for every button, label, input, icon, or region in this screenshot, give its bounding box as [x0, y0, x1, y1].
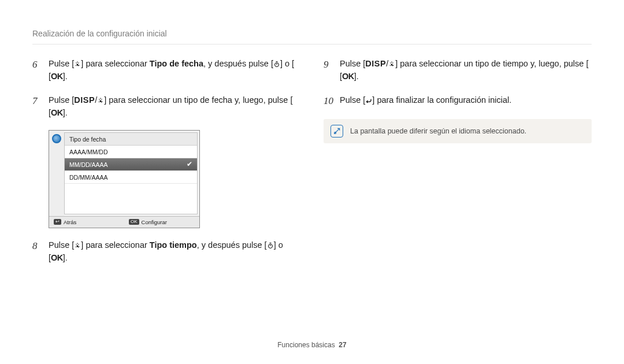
- step-number: 9: [324, 57, 334, 83]
- note-icon: [330, 125, 343, 138]
- set-button[interactable]: OK Configurar: [124, 217, 199, 228]
- step-body: Pulse [DISP/] para seleccionar un tipo d…: [49, 94, 300, 120]
- text: Pulse [: [49, 240, 74, 250]
- ok-label: OK: [342, 72, 354, 81]
- step-number: 6: [32, 57, 43, 83]
- step-10: 10 Pulse [] para finalizar la configurac…: [324, 94, 592, 109]
- footer-section: Funciones básicas: [277, 341, 335, 349]
- menu-header: Tipo de fecha: [65, 133, 197, 146]
- macro-icon: [97, 97, 104, 104]
- ok-label: OK: [51, 72, 63, 81]
- disp-label: DISP: [74, 95, 95, 105]
- text: ].: [63, 72, 68, 81]
- menu-list: Tipo de fecha AAAA/MM/DD MM/DD/AAAA ✔ DD…: [64, 132, 198, 214]
- text: ] para finalizar la configuración inicia…: [372, 95, 511, 105]
- set-label: Configurar: [142, 219, 167, 225]
- disp-label: DISP: [365, 59, 386, 68]
- step-7: 7 Pulse [DISP/] para seleccionar un tipo…: [32, 94, 300, 120]
- step-body: Pulse [DISP/] para seleccionar un tipo d…: [340, 57, 592, 83]
- note-text: La pantalla puede diferir según el idiom…: [350, 127, 526, 135]
- text: ].: [63, 253, 68, 262]
- bold-text: Tipo de fecha: [150, 59, 203, 68]
- svg-rect-1: [276, 61, 277, 62]
- back-button[interactable]: ↩ Atrás: [49, 217, 124, 228]
- step-number: 10: [324, 94, 334, 109]
- note-callout: La pantalla puede diferir según el idiom…: [324, 119, 592, 143]
- menu-top: Tipo de fecha AAAA/MM/DD MM/DD/AAAA ✔ DD…: [49, 131, 199, 216]
- return-icon: [365, 97, 372, 104]
- back-label: Atrás: [64, 219, 76, 225]
- device-menu: Tipo de fecha AAAA/MM/DD MM/DD/AAAA ✔ DD…: [49, 130, 200, 228]
- text: Pulse [: [49, 95, 74, 105]
- menu-footer: ↩ Atrás OK Configurar: [49, 216, 199, 228]
- step-8: 8 Pulse [] para seleccionar Tipo tiempo,…: [32, 239, 300, 265]
- text: ].: [354, 72, 359, 81]
- step-number: 8: [32, 239, 43, 265]
- ok-label: OK: [51, 253, 63, 262]
- text: , y después pulse [: [203, 59, 273, 68]
- text: ].: [63, 108, 68, 117]
- menu-option[interactable]: DD/MM/AAAA: [65, 171, 197, 184]
- step-number: 7: [32, 94, 43, 120]
- settings-tab-icon: [52, 134, 61, 143]
- right-column: 9 Pulse [DISP/] para seleccionar un tipo…: [324, 57, 592, 275]
- left-column: 6 Pulse [] para seleccionar Tipo de fech…: [32, 57, 300, 275]
- section-title: Realización de la configuración inicial: [32, 29, 592, 44]
- timer-icon: [267, 242, 274, 249]
- macro-icon: [74, 61, 81, 68]
- text: Pulse [: [340, 95, 365, 105]
- timer-icon: [273, 61, 280, 68]
- ok-key-icon: OK: [129, 219, 139, 225]
- back-key-icon: ↩: [54, 219, 61, 225]
- bold-text: Tipo tiempo: [150, 240, 197, 250]
- step-body: Pulse [] para seleccionar Tipo de fecha,…: [49, 57, 300, 83]
- text: , y después pulse [: [197, 240, 267, 250]
- footer-page: 27: [339, 341, 346, 349]
- text: ] para seleccionar un tipo de fecha y, l…: [104, 95, 292, 105]
- page-footer: Funciones básicas 27: [0, 341, 624, 349]
- step-6: 6 Pulse [] para seleccionar Tipo de fech…: [32, 57, 300, 83]
- text: ] para seleccionar un tipo de tiempo y, …: [395, 59, 588, 68]
- menu-option-label: MM/DD/AAAA: [69, 161, 108, 168]
- step-body: Pulse [] para seleccionar Tipo tiempo, y…: [49, 239, 300, 265]
- ok-label: OK: [51, 108, 63, 117]
- menu-tab-column: [49, 131, 64, 216]
- menu-blank: [65, 184, 197, 214]
- macro-icon: [74, 242, 81, 249]
- step-body: Pulse [] para finalizar la configuración…: [340, 94, 592, 109]
- check-icon: ✔: [187, 161, 192, 168]
- content-columns: 6 Pulse [] para seleccionar Tipo de fech…: [32, 57, 592, 275]
- step-9: 9 Pulse [DISP/] para seleccionar un tipo…: [324, 57, 592, 83]
- svg-rect-3: [269, 243, 271, 243]
- text: Pulse [: [340, 59, 365, 68]
- macro-icon: [388, 61, 395, 68]
- text: ] o [: [280, 59, 294, 68]
- text: ] para seleccionar: [81, 240, 149, 250]
- menu-option[interactable]: AAAA/MM/DD: [65, 146, 197, 158]
- menu-option-selected[interactable]: MM/DD/AAAA ✔: [65, 158, 197, 171]
- text: ] para seleccionar: [81, 59, 149, 68]
- text: Pulse [: [49, 59, 74, 68]
